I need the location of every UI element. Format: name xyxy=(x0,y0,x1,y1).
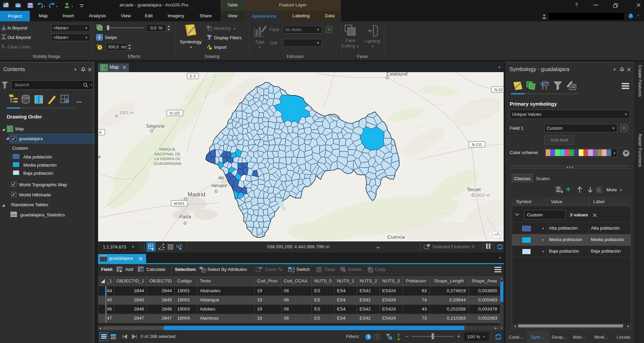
svg-text:Madrid: Madrid xyxy=(188,191,205,198)
svg-text:Henare: Henare xyxy=(211,183,227,188)
svg-text:M-501: M-501 xyxy=(174,201,185,206)
svg-text:Cuenca: Cuenca xyxy=(387,234,405,240)
svg-text:N-23: N-23 xyxy=(495,88,503,92)
svg-text:NACIONAL DE: NACIONAL DE xyxy=(154,152,181,156)
svg-text:-6: -6 xyxy=(98,130,101,134)
svg-text:a: a xyxy=(98,154,101,159)
svg-text:LA SIERRA DE: LA SIERRA DE xyxy=(154,157,181,161)
svg-text:1001 m: 1001 m xyxy=(119,110,134,115)
svg-text:Alc: Alc xyxy=(218,175,225,180)
svg-text:N-110: N-110 xyxy=(170,111,180,115)
svg-text:N-211: N-211 xyxy=(472,143,482,147)
svg-text:...: ... xyxy=(76,97,82,104)
svg-text:N: N xyxy=(176,244,179,249)
svg-text:GUADARRAMA: GUADARRAMA xyxy=(154,162,182,166)
svg-text:Teruel: Teruel xyxy=(467,187,481,192)
svg-text:Segovia: Segovia xyxy=(146,123,165,129)
svg-text:2022 m: 2022 m xyxy=(475,193,490,198)
svg-text:PARQUE: PARQUE xyxy=(159,147,176,151)
svg-text:Calatayud: Calatayud xyxy=(386,72,408,77)
svg-text:Parla: Parla xyxy=(179,214,191,219)
svg-text:E-5: E-5 xyxy=(190,74,196,78)
